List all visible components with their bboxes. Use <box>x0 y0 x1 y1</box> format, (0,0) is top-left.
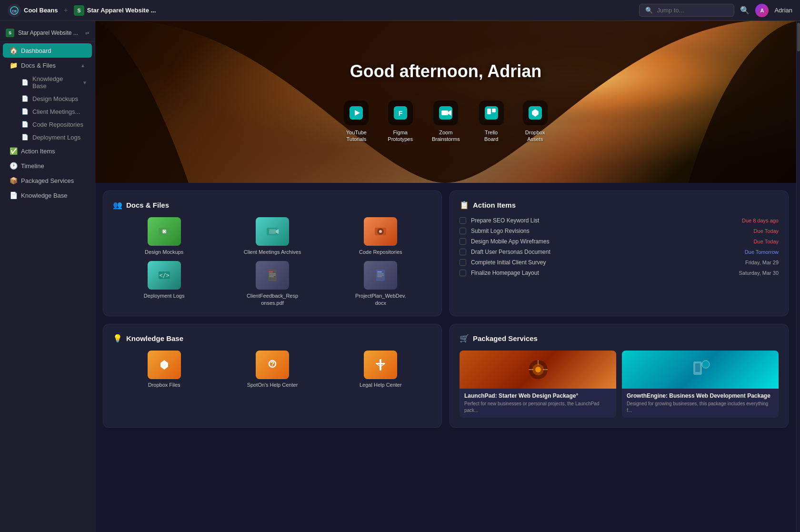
sidebar-item-dashboard[interactable]: 🏠 Dashboard <box>3 43 92 58</box>
sidebar-item-label: Design Mockups <box>32 95 78 102</box>
project-name: Star Apparel Website ... <box>87 7 156 14</box>
sidebar-item-client-meetings[interactable]: 📄 Client Meetings... <box>16 105 92 118</box>
sidebar-item-timeline[interactable]: 🕐 Timeline <box>3 159 92 173</box>
action-label-personas: Draft User Personas Document <box>471 249 740 255</box>
action-label-wireframes: Design Mobile App Wireframes <box>471 238 749 245</box>
sidebar-item-code-repos[interactable]: 📄 Code Repositories <box>16 118 92 130</box>
action-label-seo: Prepare SEO Keyword List <box>471 217 737 224</box>
zoom-label: ZoomBrainstorms <box>432 129 460 143</box>
sidebar-item-label: Packaged Services <box>21 177 74 184</box>
packaged-services-icon: 📦 <box>10 177 17 184</box>
action-items-icon: ✅ <box>10 147 17 155</box>
doc-icon: 📄 <box>21 108 29 115</box>
shortcut-trello[interactable]: TrelloBoard <box>479 100 504 143</box>
avatar[interactable]: A <box>755 4 769 17</box>
file-item-deployment-logs[interactable]: </> Deployment Logs <box>113 261 215 306</box>
svg-point-26 <box>379 230 382 233</box>
shortcut-youtube[interactable]: YouTubeTutorials <box>344 100 369 143</box>
scrollbar-track[interactable] <box>796 21 800 532</box>
sidebar-item-packaged-services[interactable]: 📦 Packaged Services <box>3 173 92 188</box>
code-repos-label: Code Repositories <box>359 249 402 255</box>
action-items-widget: 📋 Action Items Prepare SEO Keyword List … <box>450 191 789 316</box>
action-item-survey: Complete Initial Client Survey Friday, M… <box>460 259 779 266</box>
file-item-project-plan[interactable]: ProjectPlan_WebDev.docx <box>330 261 432 306</box>
sidebar-item-label: Dashboard <box>21 47 51 54</box>
sidebar-item-label: Timeline <box>21 162 44 170</box>
nav-separator: + <box>64 6 68 15</box>
action-checkbox-wireframes[interactable] <box>460 238 466 245</box>
action-due-survey: Friday, Mar 29 <box>745 260 779 265</box>
search-input[interactable] <box>657 7 728 14</box>
kb-item-legal[interactable]: Legal Help Center <box>330 351 432 388</box>
docs-files-title-icon: 👥 <box>113 201 122 210</box>
dashboard-grid: 👥 Docs & Files Design Mockups <box>95 183 796 435</box>
shortcut-figma[interactable]: F FigmaPrototypes <box>388 100 413 143</box>
knowledge-base-widget: 💡 Knowledge Base Dropbox Files ? <box>103 324 442 428</box>
action-label-survey: Complete Initial Client Survey <box>471 259 740 266</box>
action-checkbox-homepage[interactable] <box>460 270 466 276</box>
shortcut-dropbox[interactable]: DropboxAssets <box>523 100 548 143</box>
kb-item-dropbox[interactable]: Dropbox Files <box>113 351 215 388</box>
project-plan-label: ProjectPlan_WebDev.docx <box>355 292 406 306</box>
action-checkbox-personas[interactable] <box>460 249 466 255</box>
sidebar-item-knowledge-base[interactable]: 📄 Knowledge Base ▼ <box>16 73 92 92</box>
file-item-design-mockups[interactable]: Design Mockups <box>113 217 215 255</box>
service-card-launchpad[interactable]: LaunchPad: Starter Web Design Package° P… <box>460 351 616 418</box>
project-selector[interactable]: S Star Apparel Website ... <box>74 5 156 16</box>
svg-point-49 <box>535 367 541 372</box>
svg-text:?: ? <box>270 360 275 368</box>
sidebar-item-label: Client Meetings... <box>32 108 80 115</box>
design-mockups-folder-icon <box>148 217 181 246</box>
top-navigation: CB Cool Beans + S Star Apparel Website .… <box>0 0 800 21</box>
client-meetings-folder-icon <box>256 217 289 246</box>
packaged-services-title: 🛒 Packaged Services <box>460 334 779 343</box>
shortcut-zoom[interactable]: ZoomBrainstorms <box>432 100 460 143</box>
svg-rect-36 <box>377 273 384 274</box>
code-repos-folder-icon <box>364 217 397 246</box>
kb-grid: Dropbox Files ? SpotOn's Help Center Leg… <box>113 351 432 388</box>
hero-shortcuts: YouTubeTutorials F FigmaPrototypes ZoomB… <box>344 100 547 143</box>
trello-label: TrelloBoard <box>484 129 498 143</box>
kb-item-spoton[interactable]: ? SpotOn's Help Center <box>221 351 323 388</box>
action-items-title: 📋 Action Items <box>460 201 779 210</box>
action-due-wireframes: Due Today <box>754 239 779 244</box>
client-feedback-file-icon <box>256 261 289 290</box>
svg-rect-33 <box>269 276 274 277</box>
docs-files-widget: 👥 Docs & Files Design Mockups <box>103 191 442 316</box>
search-icon: 🔍 <box>645 7 653 14</box>
file-item-client-meetings[interactable]: Client Meetings Archives <box>221 217 323 255</box>
action-checkbox-seo[interactable] <box>460 217 466 224</box>
action-item-personas: Draft User Personas Document Due Tomorro… <box>460 249 779 255</box>
docs-files-title: 👥 Docs & Files <box>113 201 432 210</box>
scrollbar-thumb[interactable] <box>797 23 800 51</box>
files-grid: Design Mockups Client Meetings Archives <box>113 217 432 306</box>
launchpad-service-desc: Perfect for new businesses or personal p… <box>464 401 611 414</box>
search-icon-btn[interactable]: 🔍 <box>740 6 750 15</box>
deployment-logs-folder-icon: </> <box>148 261 181 290</box>
figma-icon: F <box>388 100 413 125</box>
action-due-seo: Due 8 days ago <box>742 218 779 223</box>
sidebar-item-knowledge-base-main[interactable]: 📄 Knowledge Base <box>3 188 92 202</box>
action-checkbox-logo[interactable] <box>460 228 466 234</box>
chevron-up-icon: ▲ <box>80 63 85 68</box>
file-item-client-feedback[interactable]: ClientFeedback_Responses.pdf <box>221 261 323 306</box>
sidebar: S Star Apparel Website ... ⇄ 🏠 Dashboard… <box>0 21 95 532</box>
sidebar-item-action-items[interactable]: ✅ Action Items <box>3 144 92 158</box>
action-item-logo: Submit Logo Revisions Due Today <box>460 228 779 234</box>
jump-to-search[interactable]: 🔍 <box>639 4 734 17</box>
action-due-personas: Due Tomorrow <box>745 249 779 255</box>
file-item-code-repos[interactable]: Code Repositories <box>330 217 432 255</box>
service-card-growthengine[interactable]: GrowthEngine: Business Web Development P… <box>622 351 779 418</box>
sidebar-project-row[interactable]: S Star Apparel Website ... ⇄ <box>0 25 95 41</box>
sidebar-item-deployment-logs[interactable]: 📄 Deployment Logs <box>16 131 92 143</box>
sidebar-item-docs-files[interactable]: 📁 Docs & Files ▲ <box>3 58 92 72</box>
brand-name: Cool Beans <box>24 7 58 14</box>
svg-rect-54 <box>695 363 700 372</box>
action-label-logo: Submit Logo Revisions <box>471 228 749 234</box>
sidebar-item-design-mockups[interactable]: 📄 Design Mockups <box>16 92 92 105</box>
brand-logo-area[interactable]: CB Cool Beans <box>8 4 58 17</box>
action-checkbox-survey[interactable] <box>460 259 466 266</box>
doc-icon: 📄 <box>21 95 29 102</box>
svg-rect-32 <box>269 275 276 276</box>
svg-text:F: F <box>398 110 402 117</box>
